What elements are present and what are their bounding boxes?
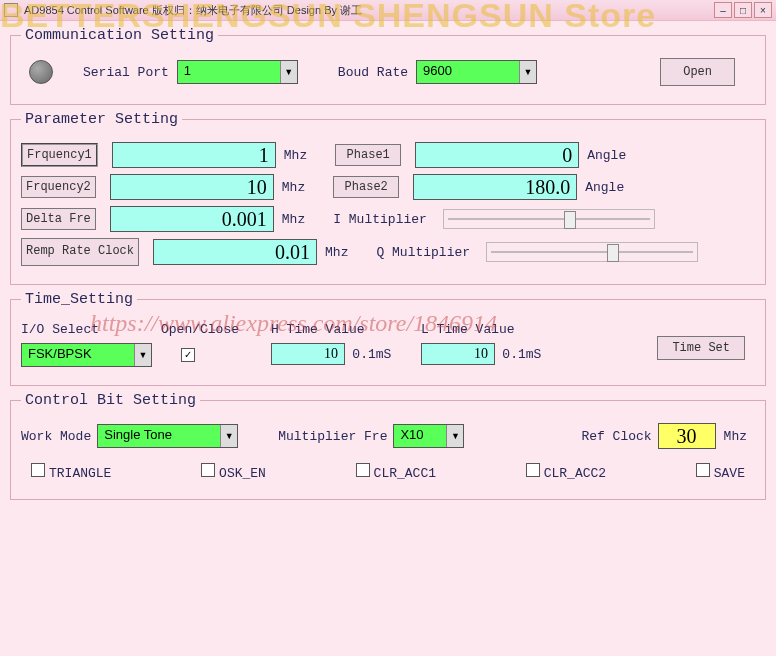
work-mode-value: Single Tone xyxy=(98,425,220,447)
ramp-rate-unit: Mhz xyxy=(325,245,348,260)
phase2-input[interactable]: 180.0 xyxy=(413,174,577,200)
open-button[interactable]: Open xyxy=(660,58,735,86)
phase1-button[interactable]: Phase1 xyxy=(335,144,401,166)
serial-port-label: Serial Port xyxy=(83,65,169,80)
multiplier-fre-combo[interactable]: X10 ▼ xyxy=(393,424,464,448)
clr-acc1-checkbox[interactable] xyxy=(356,463,370,477)
io-select-value: FSK/BPSK xyxy=(22,344,134,366)
work-mode-combo[interactable]: Single Tone ▼ xyxy=(97,424,238,448)
time-group: Time_Setting I/O Select FSK/BPSK ▼ Open/… xyxy=(10,291,766,386)
time-legend: Time_Setting xyxy=(21,291,137,308)
io-select-label: I/O Select xyxy=(21,322,161,337)
parameter-group: Parameter Setting Frquency1 1 Mhz Phase1… xyxy=(10,111,766,285)
baud-rate-label: Boud Rate xyxy=(338,65,408,80)
status-led xyxy=(29,60,53,84)
ref-clock-unit: Mhz xyxy=(724,429,747,444)
save-option[interactable]: SAVE xyxy=(696,463,745,481)
frequency1-input[interactable]: 1 xyxy=(112,142,276,168)
baud-rate-value: 9600 xyxy=(417,61,519,83)
minimize-button[interactable]: – xyxy=(714,2,732,18)
work-mode-label: Work Mode xyxy=(21,429,91,444)
q-multiplier-label: Q Multiplier xyxy=(376,245,486,260)
clr-acc2-option[interactable]: CLR_ACC2 xyxy=(526,463,606,481)
osk-en-option[interactable]: OSK_EN xyxy=(201,463,266,481)
serial-port-value: 1 xyxy=(178,61,280,83)
i-multiplier-label: I Multiplier xyxy=(333,212,443,227)
clr-acc1-option[interactable]: CLR_ACC1 xyxy=(356,463,436,481)
l-time-input[interactable]: 10 xyxy=(421,343,495,365)
ref-clock-label: Ref Clock xyxy=(581,429,651,444)
app-icon xyxy=(4,3,18,17)
serial-port-combo[interactable]: 1 ▼ xyxy=(177,60,298,84)
h-time-input[interactable]: 10 xyxy=(271,343,345,365)
chevron-down-icon: ▼ xyxy=(134,344,151,366)
chevron-down-icon: ▼ xyxy=(220,425,237,447)
ramp-rate-button[interactable]: Remp Rate Clock xyxy=(21,238,139,266)
ref-clock-input[interactable]: 30 xyxy=(658,423,716,449)
triangle-option[interactable]: TRIANGLE xyxy=(31,463,111,481)
window-title: AD9854 Control Software 版权归：纳米电子有限公司 Des… xyxy=(24,3,362,18)
chevron-down-icon: ▼ xyxy=(280,61,297,83)
chevron-down-icon: ▼ xyxy=(519,61,536,83)
h-time-unit: 0.1mS xyxy=(352,347,391,362)
q-multiplier-slider[interactable] xyxy=(486,242,698,262)
communication-group: Communication Setting Serial Port 1 ▼ Bo… xyxy=(10,27,766,105)
titlebar: AD9854 Control Software 版权归：纳米电子有限公司 Des… xyxy=(0,0,776,21)
close-button[interactable]: × xyxy=(754,2,772,18)
parameter-legend: Parameter Setting xyxy=(21,111,182,128)
communication-legend: Communication Setting xyxy=(21,27,218,44)
frequency1-button[interactable]: Frquency1 xyxy=(21,143,98,167)
chevron-down-icon: ▼ xyxy=(446,425,463,447)
control-bit-legend: Control Bit Setting xyxy=(21,392,200,409)
maximize-button[interactable]: □ xyxy=(734,2,752,18)
phase1-input[interactable]: 0 xyxy=(415,142,579,168)
i-multiplier-slider[interactable] xyxy=(443,209,655,229)
delta-fre-button[interactable]: Delta Fre xyxy=(21,208,96,230)
osk-en-checkbox[interactable] xyxy=(201,463,215,477)
phase2-unit: Angle xyxy=(585,180,624,195)
frequency2-input[interactable]: 10 xyxy=(110,174,274,200)
frequency1-unit: Mhz xyxy=(284,148,307,163)
open-close-checkbox[interactable]: ✓ xyxy=(181,348,195,362)
clr-acc2-checkbox[interactable] xyxy=(526,463,540,477)
triangle-checkbox[interactable] xyxy=(31,463,45,477)
io-select-combo[interactable]: FSK/BPSK ▼ xyxy=(21,343,152,367)
ramp-rate-input[interactable]: 0.01 xyxy=(153,239,317,265)
l-time-unit: 0.1mS xyxy=(502,347,541,362)
save-checkbox[interactable] xyxy=(696,463,710,477)
multiplier-fre-label: Multiplier Fre xyxy=(278,429,387,444)
l-time-label: L Time Value xyxy=(421,322,571,337)
phase1-unit: Angle xyxy=(587,148,626,163)
frequency2-button[interactable]: Frquency2 xyxy=(21,176,96,198)
open-close-label: Open/Close xyxy=(161,322,271,337)
h-time-label: H Time Value xyxy=(271,322,421,337)
delta-fre-unit: Mhz xyxy=(282,212,305,227)
phase2-button[interactable]: Phase2 xyxy=(333,176,399,198)
control-bit-group: Control Bit Setting Work Mode Single Ton… xyxy=(10,392,766,500)
time-set-button[interactable]: Time Set xyxy=(657,336,745,360)
frequency2-unit: Mhz xyxy=(282,180,305,195)
delta-fre-input[interactable]: 0.001 xyxy=(110,206,274,232)
baud-rate-combo[interactable]: 9600 ▼ xyxy=(416,60,537,84)
multiplier-fre-value: X10 xyxy=(394,425,446,447)
